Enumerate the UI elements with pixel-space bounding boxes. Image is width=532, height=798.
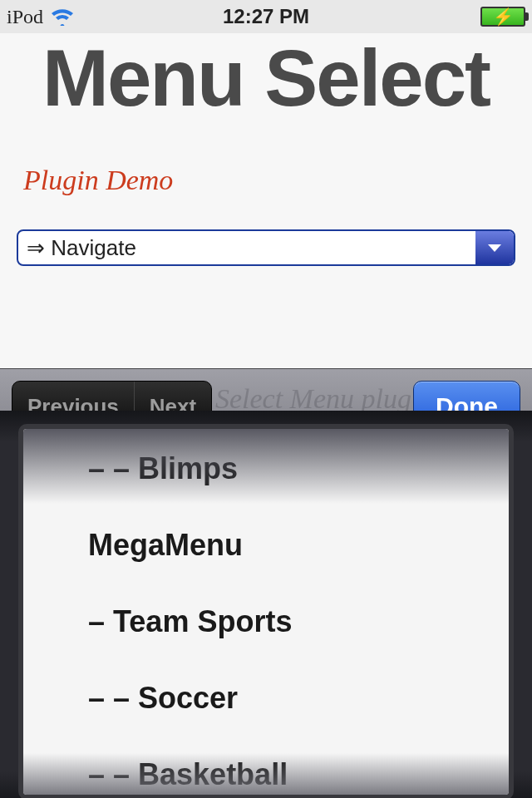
- picker-wheel[interactable]: – – Blimps MegaMenu – Team Sports – – So…: [18, 424, 514, 798]
- navigate-select-label: ⇒ Navigate: [18, 231, 475, 264]
- chevron-down-icon: [475, 231, 514, 264]
- picker: – – Blimps MegaMenu – Team Sports – – So…: [0, 411, 532, 798]
- picker-option[interactable]: MegaMenu: [23, 507, 509, 584]
- status-time: 12:27 PM: [0, 5, 532, 28]
- wifi-icon: [50, 7, 75, 26]
- page-subtitle: Plugin Demo: [23, 165, 532, 196]
- charging-icon: ⚡: [482, 8, 524, 25]
- status-bar: iPod 12:27 PM ⚡: [0, 0, 532, 33]
- picker-option[interactable]: – – Blimps: [23, 431, 509, 507]
- picker-option[interactable]: – – Basketball: [23, 736, 509, 798]
- picker-option[interactable]: – – Soccer: [23, 660, 509, 736]
- battery-icon: ⚡: [480, 7, 525, 27]
- device-label: iPod: [7, 6, 43, 28]
- navigate-select[interactable]: ⇒ Navigate: [17, 229, 515, 266]
- picker-option[interactable]: – Team Sports: [23, 584, 509, 660]
- page-title: Menu Select: [0, 38, 532, 118]
